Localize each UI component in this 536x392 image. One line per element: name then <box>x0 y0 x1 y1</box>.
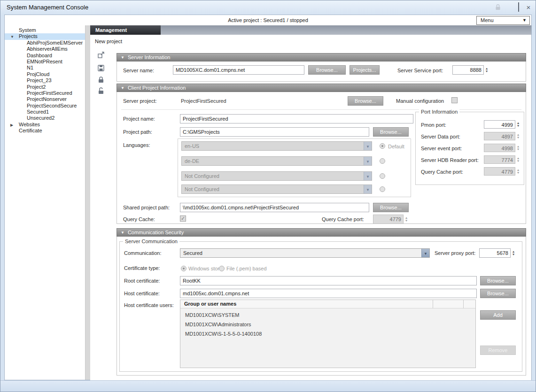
server-event-port-label: Server event port: <box>421 146 462 151</box>
tree-item-projectnonserver[interactable]: ProjectNonserver <box>5 96 85 102</box>
tree-item-unsecured2[interactable]: Unsecured2 <box>5 115 85 121</box>
close-icon: × <box>527 3 531 11</box>
lock-closed-icon[interactable] <box>97 76 106 85</box>
tree-item-secured1[interactable]: Secured1 <box>5 109 85 115</box>
pem-file-label: File (.pem) based <box>226 266 267 271</box>
user-list-item[interactable]: MD1001XCW\SYSTEM <box>185 312 240 318</box>
root-certificate-browse-button[interactable]: Browse... <box>480 276 516 285</box>
user-list-item[interactable]: MD1001XCW\Administrators <box>185 322 251 327</box>
port-information-title: Port Information <box>419 109 459 115</box>
tree-splitter[interactable] <box>85 25 90 380</box>
window-title: System Management Console <box>7 4 88 11</box>
tree-item-projcloud[interactable]: ProjCloud <box>5 71 85 77</box>
menu-dropdown[interactable]: Menu ▼ <box>476 16 530 25</box>
query-cache-label: Query Cache: <box>123 216 155 222</box>
chevron-down-icon[interactable]: ▼ <box>421 249 429 257</box>
service-port-spinner[interactable]: 8888 ▲▼ <box>452 65 489 75</box>
windows-store-label: Windows store <box>188 266 222 271</box>
host-certificate-browse-button[interactable]: Browse... <box>480 289 516 298</box>
collapse-arrow-icon: ▼ <box>121 86 124 90</box>
section-title: Communication Security <box>128 230 184 235</box>
shared-project-path-input[interactable] <box>180 203 369 212</box>
tree-item-dashboard[interactable]: Dashboard <box>5 53 85 59</box>
navigation-tree: System ▼Projects AbhiProjSomeEMServer Ab… <box>5 25 85 380</box>
communication-security-header[interactable]: ▼Communication Security <box>117 228 526 237</box>
minimize-button[interactable] <box>505 3 513 12</box>
tree-item-project-23[interactable]: Project_23 <box>5 77 85 84</box>
remove-user-button: Remove <box>480 346 516 355</box>
communication-label: Communication: <box>124 250 161 256</box>
expander-expanded-icon[interactable]: ▼ <box>10 34 14 40</box>
collapse-arrow-icon: ▼ <box>121 231 124 235</box>
host-certificate-users-list[interactable]: Group or user names MD1001XCW\SYSTEM MD1… <box>180 300 476 368</box>
host-certificate-users-label: Host certificate users: <box>124 302 174 308</box>
section-title: Server Information <box>128 54 170 60</box>
tree-item-emnotpresent[interactable]: EMNotPResent <box>5 59 85 65</box>
pem-file-radio <box>219 266 225 271</box>
server-project-browse-button[interactable]: Browse... <box>348 96 383 106</box>
server-browse-button[interactable]: Browse... <box>308 65 346 75</box>
tree-item-label: N1 <box>27 65 33 70</box>
spinner-arrows-icon[interactable]: ▲▼ <box>484 65 489 75</box>
server-data-port-value: 4897 <box>484 132 515 140</box>
server-data-port-spinner: 4897 ▲▼ <box>484 132 520 140</box>
spinner-arrows-icon: ▲▼ <box>515 167 520 176</box>
lock-open-icon[interactable] <box>97 87 106 96</box>
host-certificate-input[interactable] <box>180 289 477 298</box>
server-proxy-port-value: 5678 <box>479 248 511 258</box>
shared-path-browse-button[interactable]: Browse... <box>373 203 409 212</box>
client-project-information-header[interactable]: ▼Client Project Information <box>117 84 526 92</box>
tree-item-abhiserverallems[interactable]: AbhiserverAllEms <box>5 46 85 52</box>
tree-item-certificate[interactable]: Certificate <box>5 128 85 134</box>
language-4-dropdown: Not Configured ▼ <box>181 184 372 194</box>
add-user-button[interactable]: Add <box>480 310 516 320</box>
tab-management[interactable]: Management <box>90 25 161 35</box>
query-cache-checkbox: ✓ <box>180 215 186 222</box>
server-name-input[interactable] <box>173 65 304 75</box>
tree-item-label: Secured1 <box>27 109 49 115</box>
project-path-browse-button[interactable]: Browse... <box>373 127 409 137</box>
tree-item-websites[interactable]: ▶Websites <box>5 122 85 128</box>
project-name-input[interactable] <box>180 114 413 123</box>
maximize-button[interactable] <box>514 3 523 12</box>
server-proxy-port-spinner[interactable]: 5678 ▲▼ <box>479 248 516 258</box>
tree-item-system[interactable]: System <box>5 27 85 33</box>
save-icon[interactable] <box>97 64 106 73</box>
status-bar <box>0 380 536 392</box>
collapse-arrow-icon: ▼ <box>121 55 124 60</box>
tree-item-projectfirstsecured[interactable]: ProjectFirstSecured <box>5 90 85 96</box>
tree-item-label: AbhiserverAllEms <box>27 46 68 52</box>
manual-configuration-checkbox[interactable] <box>451 97 458 103</box>
tree-item-abhiprojsomeemserver[interactable]: AbhiProjSomeEMServer <box>5 40 85 46</box>
tree-item-projects[interactable]: ▼Projects <box>5 33 85 39</box>
server-event-port-value: 4998 <box>484 144 515 152</box>
spinner-arrows-icon[interactable]: ▲▼ <box>515 120 520 129</box>
projects-button[interactable]: Projects... <box>350 65 380 75</box>
language-3-dropdown: Not Configured ▼ <box>181 171 372 181</box>
spinner-arrows-icon[interactable]: ▲▼ <box>511 248 516 258</box>
spinner-arrows-icon: ▲▼ <box>404 215 409 224</box>
column-divider <box>433 300 433 308</box>
communication-dropdown[interactable]: Secured ▼ <box>180 248 430 258</box>
main-content: Active project : Secured1 / stopped Menu… <box>4 15 532 380</box>
chevron-down-icon: ▼ <box>364 157 372 165</box>
expander-collapsed-icon[interactable]: ▶ <box>10 122 13 128</box>
project-path-input[interactable] <box>180 127 369 137</box>
users-list-header: Group or user names <box>180 300 475 308</box>
new-project-icon[interactable] <box>97 51 106 60</box>
tree-item-label: ProjectFirstSecured <box>27 90 72 96</box>
language-3-value: Not Configured <box>185 173 219 179</box>
menu-dropdown-label: Menu <box>481 17 494 23</box>
root-certificate-input[interactable] <box>180 276 477 285</box>
close-button[interactable]: × <box>524 3 533 12</box>
tree-item-n1[interactable]: N1 <box>5 65 85 71</box>
user-list-item[interactable]: MD1001XCW\S-1-5-5-0-1400108 <box>185 331 262 337</box>
tree-item-label: ProjCloud <box>27 71 49 77</box>
tree-item-projectsecondsecure[interactable]: ProjectSecondSecure <box>5 103 85 109</box>
pmon-port-spinner[interactable]: 4999 ▲▼ <box>484 120 520 129</box>
chevron-down-icon: ▼ <box>364 142 372 150</box>
tree-item-label: Certificate <box>19 128 42 133</box>
server-information-header[interactable]: ▼Server Information <box>117 53 526 61</box>
tree-item-project2[interactable]: Project2 <box>5 84 85 90</box>
tree-item-label: System <box>19 27 36 33</box>
